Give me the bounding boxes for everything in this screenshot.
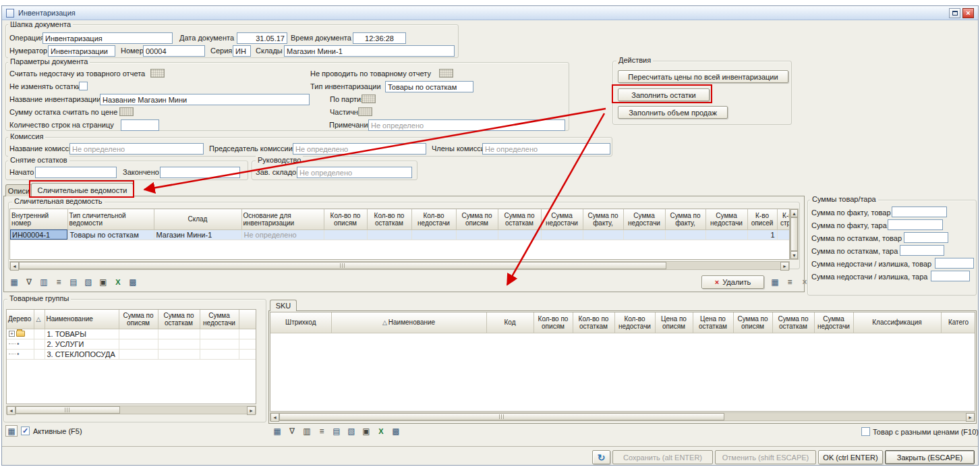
- table-settings-icon[interactable]: ▩: [127, 276, 139, 287]
- pg-col-header[interactable]: Сумма по остаткам: [158, 310, 200, 329]
- columns-icon[interactable]: ▥: [301, 425, 313, 437]
- members-input[interactable]: Не определено: [482, 143, 610, 155]
- sku-col-header[interactable]: Кол-во по остаткам: [573, 312, 614, 333]
- numbered-list-icon[interactable]: ≡: [53, 276, 65, 287]
- product-group-row[interactable]: • 2. УСЛУГИ: [7, 339, 256, 349]
- sku-hscrollbar[interactable]: ◄ ►: [270, 412, 975, 421]
- product-groups-hscrollbar[interactable]: ◄ ►: [6, 406, 256, 414]
- partial-flag[interactable]: [358, 107, 372, 116]
- statement-cell[interactable]: [411, 229, 456, 240]
- ok-button[interactable]: OK (ctrl ENTER): [818, 450, 883, 464]
- title-bar[interactable]: Инвентаризация ×: [2, 6, 978, 20]
- statement-cell[interactable]: Товары по остаткам: [67, 229, 154, 240]
- diff-prices-checkbox[interactable]: [861, 427, 870, 436]
- add-row-icon[interactable]: ▦: [8, 276, 20, 287]
- pg-cell[interactable]: [158, 329, 200, 339]
- product-group-row[interactable]: • 3. СТЕКЛОПОСУДА: [7, 349, 256, 359]
- pg-name-cell[interactable]: 2. УСЛУГИ: [45, 339, 119, 349]
- tree-cell[interactable]: •: [7, 339, 34, 349]
- statement-cell[interactable]: [665, 229, 705, 240]
- scroll-left-icon[interactable]: ◄: [7, 406, 16, 415]
- scroll-down-icon[interactable]: ▼: [790, 251, 798, 259]
- pg-name-cell[interactable]: 1. ТОВАРЫ: [45, 329, 119, 339]
- close-button[interactable]: ×: [962, 8, 974, 18]
- pg-cell[interactable]: [34, 339, 45, 349]
- tab-sku[interactable]: SKU: [270, 300, 297, 311]
- statement-col-header[interactable]: Кол-во недостачи: [411, 209, 456, 229]
- sku-col-header[interactable]: Кол-во по описям: [534, 312, 573, 333]
- pg-col-header[interactable]: Наименование: [45, 310, 119, 329]
- pg-cell[interactable]: [34, 349, 45, 359]
- print-icon[interactable]: ▣: [97, 276, 109, 287]
- expand-icon[interactable]: +: [9, 331, 15, 337]
- date-input[interactable]: 31.05.17: [237, 32, 287, 44]
- recalc-prices-button[interactable]: Пересчитать цены по всей инвентаризации: [618, 70, 788, 83]
- statement-col-header[interactable]: Сумма недостачи: [623, 209, 665, 229]
- tree-cell[interactable]: •: [7, 349, 34, 359]
- statement-cell[interactable]: [498, 229, 541, 240]
- statement-col-header[interactable]: Тип сличительной ведомости: [67, 209, 154, 229]
- pg-cell[interactable]: [200, 339, 239, 349]
- scroll-left-icon[interactable]: ◄: [270, 413, 279, 422]
- print-icon[interactable]: ▣: [360, 425, 372, 437]
- scroll-left-icon[interactable]: ◄: [10, 262, 19, 271]
- pg-cell[interactable]: [200, 349, 239, 359]
- scroll-thumb[interactable]: [19, 262, 666, 269]
- tab-statements[interactable]: Сличительные ведомости: [31, 183, 134, 196]
- inventory-type-input[interactable]: Товары по остаткам: [385, 81, 473, 92]
- statement-cell[interactable]: [456, 229, 498, 240]
- pg-cell[interactable]: [119, 349, 158, 359]
- statement-col-header[interactable]: К-во описей: [747, 209, 777, 229]
- keep-stock-checkbox[interactable]: [79, 82, 88, 90]
- pg-cell[interactable]: [158, 349, 200, 359]
- grid-view-icon[interactable]: ▦: [769, 276, 781, 287]
- shortage-tare-input[interactable]: [931, 271, 970, 281]
- pg-cell[interactable]: [158, 339, 200, 349]
- scroll-track[interactable]: [666, 262, 780, 269]
- save-button[interactable]: Сохранить (alt ENTER): [612, 450, 713, 464]
- sku-col-header[interactable]: △Наименование: [331, 312, 486, 333]
- export-grid-icon[interactable]: ▤: [67, 276, 80, 287]
- statement-cell[interactable]: [324, 229, 367, 240]
- tree-cell[interactable]: +: [7, 329, 34, 339]
- clear-icon[interactable]: ×: [799, 276, 811, 287]
- statement-cell[interactable]: Не определено: [241, 229, 324, 240]
- add-row-icon[interactable]: ▦: [271, 425, 283, 437]
- maximize-button[interactable]: [949, 8, 960, 18]
- scroll-thumb[interactable]: [16, 406, 120, 414]
- statement-col-header[interactable]: Кол-во по остаткам: [367, 209, 411, 229]
- skip-report-flag[interactable]: [439, 69, 453, 78]
- shortage-goods-input[interactable]: [935, 258, 974, 269]
- statement-cell[interactable]: [777, 229, 790, 240]
- pg-col-header[interactable]: Сумма недостачи: [200, 310, 239, 329]
- rows-per-page-input[interactable]: [121, 119, 159, 131]
- excel-export-icon[interactable]: X: [112, 276, 124, 287]
- statement-cell[interactable]: [583, 229, 623, 240]
- sku-col-header[interactable]: Цена по описям: [655, 312, 693, 333]
- shortage-from-report-flag[interactable]: [150, 69, 165, 78]
- pg-col-header[interactable]: Сумма по описям: [119, 310, 158, 329]
- edit-grid-icon[interactable]: ▧: [82, 276, 94, 287]
- pg-sort-header[interactable]: △: [34, 310, 45, 329]
- sku-col-header[interactable]: Штрихкод: [270, 312, 331, 333]
- time-input[interactable]: 12:36:28: [353, 32, 406, 44]
- started-input[interactable]: [35, 167, 117, 178]
- series-input[interactable]: ИН: [233, 45, 251, 57]
- product-group-row[interactable]: + 1. ТОВАРЫ: [7, 329, 256, 339]
- columns-icon[interactable]: ▥: [38, 276, 50, 287]
- statement-vscrollbar[interactable]: ▲ ▼: [790, 209, 799, 260]
- commission-name-input[interactable]: Не определено: [69, 143, 204, 155]
- filter-icon[interactable]: ∇: [23, 276, 35, 287]
- scroll-track[interactable]: [724, 413, 966, 420]
- tab-inventories[interactable]: Описи: [5, 184, 32, 196]
- active-checkbox[interactable]: ✓: [21, 427, 30, 435]
- scroll-thumb[interactable]: [279, 413, 724, 420]
- stock-goods-input[interactable]: [904, 232, 948, 243]
- statement-col-header[interactable]: Внутренний номер: [10, 209, 67, 229]
- refresh-button[interactable]: ↻: [592, 450, 610, 464]
- statement-cell[interactable]: [705, 229, 747, 240]
- finished-input[interactable]: [160, 167, 240, 178]
- statement-col-header[interactable]: Сумма по остаткам: [498, 209, 541, 229]
- delete-button[interactable]: × Удалить: [701, 275, 764, 289]
- tree-grid-toggle-icon[interactable]: ▦: [5, 425, 18, 437]
